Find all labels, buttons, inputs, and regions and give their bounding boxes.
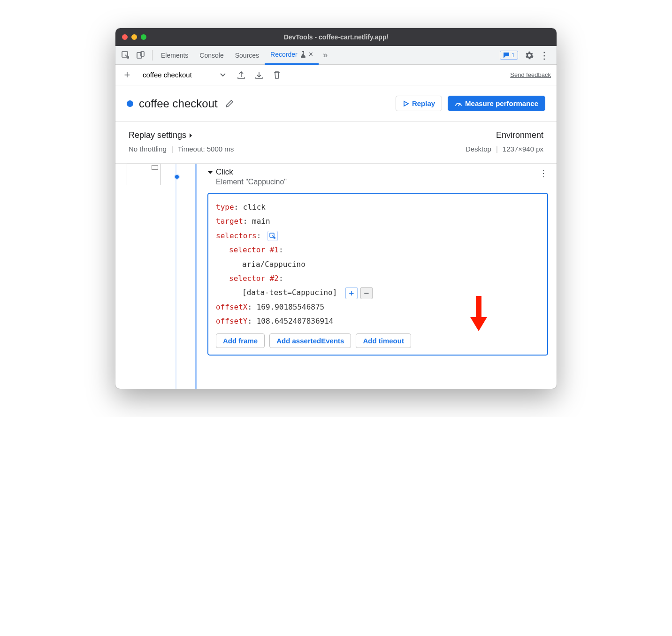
val-target[interactable]: : main [243, 217, 270, 226]
screenshot-thumbnail[interactable] [127, 164, 160, 185]
timeline-rail [195, 164, 197, 389]
issues-count: 1 [512, 52, 515, 59]
step-element: Element "Cappucino" [216, 178, 287, 186]
timeout-value: Timeout: 5000 ms [178, 145, 234, 153]
recording-dropdown[interactable]: coffee checkout [139, 69, 229, 81]
chat-icon [503, 52, 510, 59]
val-offsetx[interactable]: : 169.90185546875 [247, 303, 324, 311]
collapse-icon[interactable] [207, 170, 213, 175]
environment-label: Environment [466, 130, 543, 140]
inspect-element-icon[interactable] [119, 49, 132, 62]
recording-title: coffee checkout [139, 97, 218, 110]
play-icon [403, 100, 409, 107]
settings-row: Replay settings No throttling | Timeout:… [115, 122, 557, 164]
devtools-window: DevTools - coffee-cart.netlify.app/ Elem… [115, 28, 557, 389]
replay-settings-label: Replay settings [129, 130, 186, 140]
device-value: Desktop [466, 145, 491, 153]
settings-icon[interactable] [523, 49, 536, 62]
recording-header: coffee checkout Replay Measure performan… [115, 85, 557, 122]
delete-button[interactable] [271, 69, 283, 81]
gauge-icon [455, 100, 462, 107]
step-click: Click Element "Cappucino" ⋮ type: click … [207, 167, 548, 356]
recording-dropdown-label: coffee checkout [143, 71, 192, 79]
key-offsety: offsetY [216, 317, 247, 326]
new-recording-button[interactable]: + [121, 69, 133, 81]
remove-selector-button[interactable]: − [360, 287, 373, 299]
key-selector2: selector #2 [229, 274, 279, 283]
add-frame-button[interactable]: Add frame [216, 333, 265, 348]
divider [152, 50, 153, 61]
issues-chip[interactable]: 1 [500, 51, 518, 60]
add-timeout-button[interactable]: Add timeout [356, 333, 411, 348]
replay-label: Replay [412, 99, 435, 107]
minimize-window-button[interactable] [131, 34, 137, 40]
key-selector1: selector #1 [229, 245, 279, 254]
val-type[interactable]: : click [234, 203, 266, 212]
step-details: type: click target: main selectors: sele… [207, 193, 548, 356]
recording-indicator-icon [127, 100, 133, 107]
recorder-toolbar: + coffee checkout Send feedback [115, 65, 557, 85]
tab-recorder-label: Recorder [270, 51, 298, 58]
divider: | [496, 145, 498, 153]
kebab-menu-icon[interactable]: ⋮ [538, 49, 551, 62]
val-offsety[interactable]: : 108.6452407836914 [247, 317, 333, 326]
device-toolbar-icon[interactable] [134, 49, 147, 62]
chevron-right-icon [189, 133, 193, 138]
key-offsetx: offsetX [216, 303, 247, 311]
key-selectors: selectors [216, 231, 257, 240]
measure-performance-button[interactable]: Measure performance [448, 96, 545, 111]
zoom-window-button[interactable] [141, 34, 146, 40]
window-title: DevTools - coffee-cart.netlify.app/ [115, 33, 557, 41]
step-name: Click [216, 167, 287, 177]
import-button[interactable] [253, 69, 265, 81]
divider: | [171, 145, 173, 153]
key-type: type [216, 203, 234, 212]
traffic-lights [122, 34, 146, 40]
tab-console[interactable]: Console [194, 46, 229, 65]
devtools-tabbar: Elements Console Sources Recorder × » 1 … [115, 46, 557, 65]
tab-recorder[interactable]: Recorder × [265, 46, 319, 65]
send-feedback-link[interactable]: Send feedback [510, 71, 551, 78]
key-target: target [216, 217, 243, 226]
edit-title-button[interactable] [223, 98, 236, 110]
chevron-down-icon [220, 73, 226, 77]
add-asserted-events-button[interactable]: Add assertedEvents [269, 333, 351, 348]
export-button[interactable] [235, 69, 247, 81]
val-selector2[interactable]: [data-test=Cappucino] [242, 288, 337, 297]
titlebar: DevTools - coffee-cart.netlify.app/ [115, 28, 557, 46]
add-selector-button[interactable]: + [345, 287, 358, 299]
close-tab-icon[interactable]: × [309, 50, 313, 59]
val-selector1[interactable]: aria/Cappucino [242, 260, 305, 269]
replay-button[interactable]: Replay [396, 96, 442, 111]
more-tabs-icon[interactable]: » [319, 49, 332, 62]
measure-label: Measure performance [465, 99, 538, 107]
step-menu-button[interactable]: ⋮ [539, 167, 548, 179]
steps-content: Click Element "Cappucino" ⋮ type: click … [115, 164, 557, 389]
viewport-value: 1237×940 px [503, 145, 543, 153]
replay-settings-toggle[interactable]: Replay settings [129, 130, 466, 140]
tab-sources[interactable]: Sources [229, 46, 265, 65]
pick-selector-button[interactable] [267, 231, 278, 241]
flask-icon [300, 51, 306, 58]
tab-elements[interactable]: Elements [155, 46, 194, 65]
throttling-value: No throttling [129, 145, 167, 153]
close-window-button[interactable] [122, 34, 128, 40]
timeline-line [176, 164, 176, 389]
